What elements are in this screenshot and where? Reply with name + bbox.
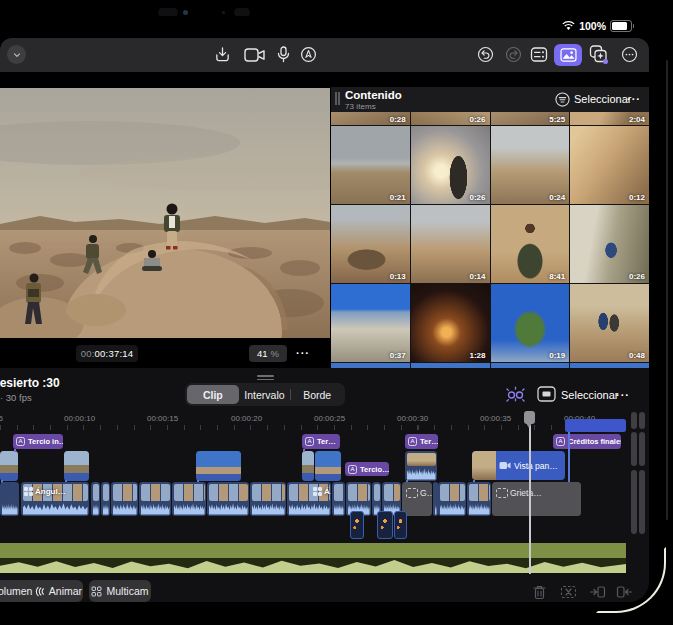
redo-button[interactable]: [505, 46, 522, 63]
music-audio-track[interactable]: [0, 543, 626, 573]
animate-button[interactable]: Animar: [33, 580, 83, 602]
timeline-clip[interactable]: [207, 482, 249, 516]
media-browser-button[interactable]: [554, 44, 582, 66]
tab-clip[interactable]: Clip: [187, 385, 239, 404]
media-thumbnail[interactable]: 0:28: [331, 112, 410, 125]
effects-button[interactable]: [588, 44, 608, 64]
timeline-more-button[interactable]: ···: [616, 389, 630, 401]
media-thumbnail[interactable]: 1:28: [411, 284, 490, 362]
media-thumbnail[interactable]: 0:26: [411, 112, 490, 125]
media-thumbnail[interactable]: 8:41: [491, 205, 570, 283]
connected-clip[interactable]: [315, 451, 341, 481]
connected-clip[interactable]: [64, 451, 89, 481]
title-clip-label: Créditos finales: [568, 437, 621, 446]
timeline-index-button[interactable]: [530, 46, 548, 63]
media-thumbnail[interactable]: 0:14: [411, 205, 490, 283]
media-thumbnail[interactable]: 2:04: [570, 112, 649, 125]
filter-icon: [555, 92, 570, 107]
connected-clip-below[interactable]: [350, 511, 364, 539]
media-thumbnail[interactable]: 0:24: [491, 126, 570, 204]
title-clip[interactable]: A Créditos finales: [553, 434, 621, 449]
device-edge: [666, 60, 668, 520]
more-options-button[interactable]: [621, 46, 638, 63]
multicam-button[interactable]: Multicam: [89, 580, 151, 602]
camera-dot: [183, 10, 188, 15]
timeline-clip[interactable]: [332, 482, 345, 516]
viewer-more-button[interactable]: ···: [296, 347, 310, 359]
record-video-button[interactable]: [244, 48, 266, 62]
collapse-toolbar-button[interactable]: [7, 45, 26, 64]
timeline-scrollbar[interactable]: [639, 412, 645, 429]
connected-clip[interactable]: [0, 451, 18, 481]
timeline-scrollbar[interactable]: [631, 412, 637, 429]
timeline-clip-multicam[interactable]: Ángul…: [21, 482, 89, 516]
placeholder-icon: [496, 488, 508, 498]
title-clip[interactable]: A Tercio…: [345, 462, 389, 476]
tab-borde[interactable]: Borde: [291, 385, 343, 404]
timeline-scrollbar[interactable]: [631, 470, 637, 534]
connected-clip[interactable]: [196, 451, 241, 481]
clip-duration: 2:04: [629, 115, 645, 124]
media-thumbnail[interactable]: 0:48: [570, 284, 649, 362]
browser-more-button[interactable]: ···: [627, 93, 641, 105]
timeline-scrollbar[interactable]: [639, 432, 645, 466]
playhead-handle[interactable]: [524, 411, 535, 424]
media-thumbnail[interactable]: 0:19: [491, 284, 570, 362]
timeline-scrollbar[interactable]: [631, 432, 637, 466]
timeline-clip[interactable]: [250, 482, 286, 516]
import-button[interactable]: [214, 46, 231, 63]
timeline-clip-placeholder[interactable]: G…: [402, 482, 432, 516]
clip-label: Vista pan…: [514, 461, 558, 471]
clip-duration: 0:19: [549, 351, 565, 360]
timeline-clip-placeholder[interactable]: Grieta…: [492, 482, 581, 516]
timeline-clip[interactable]: [172, 482, 206, 516]
title-clip[interactable]: A Ter…: [405, 434, 438, 449]
timeline-select-button[interactable]: Seleccionar: [561, 389, 618, 401]
title-clip-label: Ter…: [420, 437, 438, 446]
connected-clip-below[interactable]: [394, 511, 407, 539]
timeline-clip[interactable]: [101, 482, 110, 516]
connected-clip[interactable]: [405, 451, 437, 481]
title-clip-label: Tercio in…: [28, 437, 63, 446]
delete-clip-button[interactable]: [532, 584, 547, 600]
title-clip[interactable]: A Ter…: [302, 434, 340, 449]
media-thumbnail[interactable]: 0:26: [570, 205, 649, 283]
title-badge-icon: A: [305, 437, 314, 446]
media-thumbnail[interactable]: 5:25: [491, 112, 570, 125]
annotate-button[interactable]: [300, 46, 317, 63]
timeline-clip[interactable]: [0, 482, 19, 516]
split-clip-button[interactable]: [560, 584, 577, 600]
magnetic-timeline-button[interactable]: [505, 385, 526, 403]
media-thumbnail[interactable]: 0:37: [331, 284, 410, 362]
zoom-level-control[interactable]: 41%: [249, 345, 287, 362]
timeline-scrollbar[interactable]: [639, 470, 645, 534]
media-thumbnail[interactable]: 0:13: [331, 205, 410, 283]
clip-duration: 1:28: [469, 351, 485, 360]
timeline-clip[interactable]: [111, 482, 138, 516]
media-grid-row: 0:28 0:26 5:25 2:04: [331, 112, 649, 125]
title-clip[interactable]: A Tercio in…: [13, 434, 63, 449]
record-voiceover-button[interactable]: [277, 46, 290, 63]
media-thumbnail[interactable]: 0:26: [411, 126, 490, 204]
browser-item-count: 73 ítems: [345, 102, 376, 111]
tab-intervalo[interactable]: Intervalo: [239, 385, 291, 404]
connected-clip-vista[interactable]: Vista pan…: [472, 451, 565, 480]
undo-button[interactable]: [477, 46, 494, 63]
clip-duration: 0:21: [390, 193, 406, 202]
placeholder-icon: [406, 488, 418, 498]
timeline-clip[interactable]: [139, 482, 171, 516]
playhead-line[interactable]: [529, 411, 531, 574]
media-thumbnail[interactable]: 0:21: [331, 126, 410, 204]
timeline-clip[interactable]: [438, 482, 466, 516]
connected-audio-clip[interactable]: [565, 419, 626, 432]
timeline-clip-multicam[interactable]: Á…: [287, 482, 331, 516]
timeline-clip[interactable]: [91, 482, 100, 516]
video-preview[interactable]: [0, 88, 330, 338]
connected-clip[interactable]: [302, 451, 314, 481]
connected-clip-below[interactable]: [377, 511, 393, 539]
browser-select-button[interactable]: Seleccionar: [574, 93, 631, 105]
media-thumbnail[interactable]: 0:12: [570, 126, 649, 204]
filter-button[interactable]: [555, 92, 570, 107]
timeline-overview-button[interactable]: [537, 386, 556, 402]
timeline-clip[interactable]: [467, 482, 491, 516]
